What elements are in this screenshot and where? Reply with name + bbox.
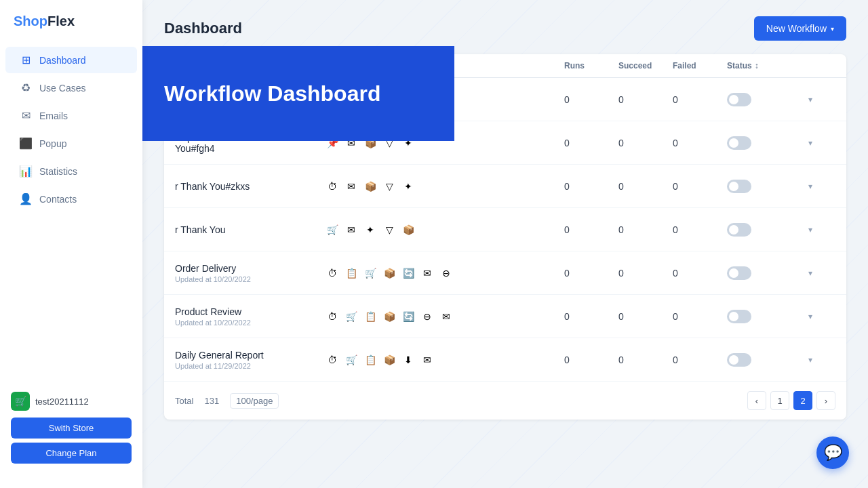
table-footer: Total 131 100/page ‹ 1 2 › (164, 382, 846, 420)
next-page-button[interactable]: › (816, 391, 835, 410)
runs-count: 0 (564, 224, 618, 235)
failed-count: 0 (673, 268, 727, 279)
runs-count: 0 (564, 138, 618, 148)
app-icon: 🔄 (400, 265, 416, 281)
workflow-name: Daily General Report (175, 350, 324, 361)
app-icon: ⬇ (400, 352, 416, 368)
prev-page-button[interactable]: ‹ (747, 391, 766, 410)
expand-button[interactable]: ▾ (808, 312, 835, 321)
banner-overlay: Workflow Dashboard (142, 46, 454, 141)
navigation: ⊞Dashboard♻Use Cases✉Emails⬛Popup📊Statis… (0, 45, 142, 214)
status-toggle[interactable] (727, 310, 751, 323)
workflow-info: r Thank You (175, 224, 324, 235)
sidebar-item-use-cases[interactable]: ♻Use Cases (5, 75, 137, 101)
sidebar-label-statistics: Statistics (39, 166, 77, 177)
expand-button[interactable]: ▾ (808, 268, 835, 278)
col-runs: Runs (564, 61, 618, 70)
contacts-icon: 👤 (19, 192, 33, 205)
app-icon: ✦ (362, 222, 378, 238)
expand-button[interactable]: ▾ (808, 95, 835, 104)
status-col (727, 136, 808, 150)
per-page-select[interactable]: 100/page (230, 393, 279, 409)
workflow-date: Updated at 10/20/2022 (175, 275, 324, 283)
workflow-info: Product Review Updated at 10/20/2022 (175, 306, 324, 327)
sidebar-item-statistics[interactable]: 📊Statistics (5, 158, 137, 184)
status-toggle[interactable] (727, 93, 751, 106)
succeed-count: 0 (618, 354, 673, 365)
statistics-icon: 📊 (19, 165, 33, 178)
status-toggle[interactable] (727, 223, 751, 237)
table-row: Product Review Updated at 10/20/2022 ⏱🛒📋… (164, 295, 846, 338)
sidebar-bottom: 🛒 test20211112 Swith Store Change Plan (0, 381, 142, 474)
page-1-button[interactable]: 1 (770, 391, 789, 410)
table-row: Order Delivery Updated at 10/20/2022 ⏱📋🛒… (164, 251, 846, 295)
status-toggle[interactable] (727, 180, 751, 193)
app-icon: 📦 (381, 352, 397, 368)
app-icon: ✉ (419, 352, 435, 368)
col-status: Status ↕ (727, 61, 808, 70)
expand-button[interactable]: ▾ (808, 138, 835, 148)
failed-count: 0 (673, 311, 727, 322)
chat-button[interactable]: 💬 (816, 436, 849, 469)
popup-icon: ⬛ (19, 137, 33, 150)
status-col (727, 180, 808, 193)
apps-col: ⏱📋🛒📦🔄✉⊖ (324, 265, 564, 281)
app-icon: 🛒 (343, 352, 359, 368)
status-col (727, 310, 808, 323)
succeed-count: 0 (618, 311, 673, 322)
sort-icon-status: ↕ (755, 61, 759, 70)
status-toggle[interactable] (727, 266, 751, 280)
expand-button[interactable]: ▾ (808, 225, 835, 235)
workflow-info: Daily General Report Updated at 11/29/20… (175, 350, 324, 370)
app-icon: 🛒 (324, 222, 340, 238)
workflow-date: Updated at 11/29/2022 (175, 362, 324, 370)
app-icon: ✉ (438, 308, 454, 325)
use-cases-icon: ♻ (19, 81, 33, 94)
app-icon: ⏱ (324, 352, 340, 368)
app-icon: 📦 (362, 178, 378, 195)
status-toggle[interactable] (727, 353, 751, 367)
app-icon: ⏱ (324, 178, 340, 195)
username: test20211112 (35, 396, 89, 407)
expand-button[interactable]: ▾ (808, 355, 835, 365)
avatar: 🛒 (11, 392, 30, 411)
sidebar-item-popup[interactable]: ⬛Popup (5, 130, 137, 157)
change-plan-button[interactable]: Change Plan (11, 443, 132, 464)
apps-col: ⏱✉📦▽✦ (324, 178, 564, 195)
succeed-count: 0 (618, 268, 673, 279)
table-row: r Thank You 🛒✉✦▽📦 0 0 0 ▾ (164, 208, 846, 251)
app-icon: ▽ (381, 222, 397, 238)
sidebar: ShopFlex ⊞Dashboard♻Use Cases✉Emails⬛Pop… (0, 0, 142, 488)
app-icon: ▽ (381, 178, 397, 195)
col-expand (808, 61, 835, 70)
logo: ShopFlex (0, 14, 142, 45)
switch-store-button[interactable]: Swith Store (11, 418, 132, 439)
logo-shop: Shop (14, 14, 47, 28)
new-workflow-button[interactable]: New Workflow ▾ (754, 16, 846, 41)
failed-count: 0 (673, 181, 727, 192)
dashboard-icon: ⊞ (19, 54, 33, 66)
succeed-count: 0 (618, 224, 673, 235)
pagination: ‹ 1 2 › (747, 391, 835, 410)
failed-count: 0 (673, 138, 727, 148)
runs-count: 0 (564, 354, 618, 365)
workflow-name: Order Delivery (175, 263, 324, 274)
app-icon: ⏱ (324, 308, 340, 325)
runs-count: 0 (564, 181, 618, 192)
sidebar-item-dashboard[interactable]: ⊞Dashboard (5, 47, 137, 73)
page-header: Dashboard New Workflow ▾ (164, 16, 846, 41)
status-toggle[interactable] (727, 136, 751, 150)
app-icon: 📦 (400, 222, 416, 238)
expand-button[interactable]: ▾ (808, 182, 835, 191)
app-icon: ✉ (343, 222, 359, 238)
sidebar-label-popup: Popup (39, 138, 66, 149)
col-failed: Failed (673, 61, 727, 70)
emails-icon: ✉ (19, 109, 33, 122)
sidebar-label-contacts: Contacts (39, 194, 77, 205)
sidebar-item-emails[interactable]: ✉Emails (5, 102, 137, 129)
page-2-button[interactable]: 2 (793, 391, 812, 410)
sidebar-item-contacts[interactable]: 👤Contacts (5, 186, 137, 212)
app-icon: 🔄 (400, 308, 416, 325)
app-icon: 📋 (343, 265, 359, 281)
sidebar-label-emails: Emails (39, 110, 68, 121)
